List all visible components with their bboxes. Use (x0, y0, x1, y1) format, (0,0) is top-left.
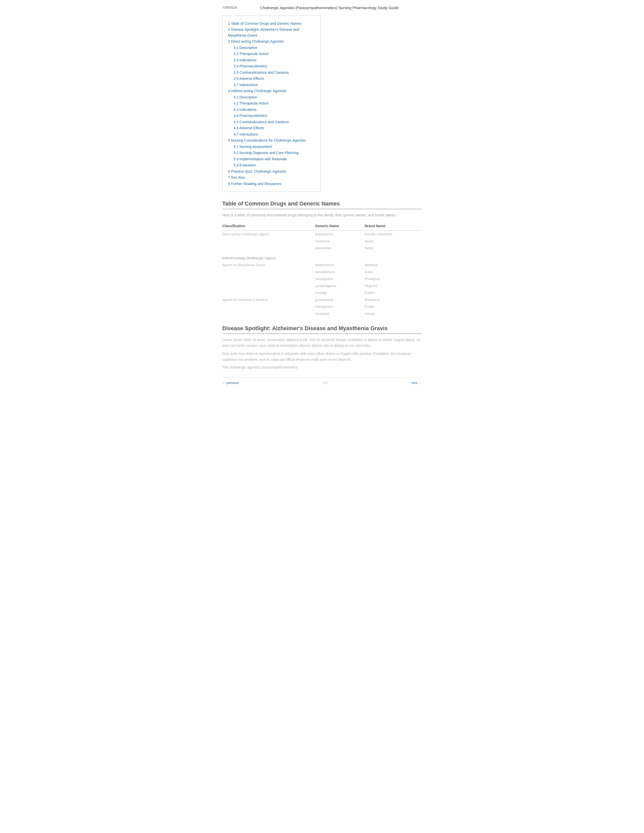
toc-item-4-3[interactable]: 4.3 Indications (233, 107, 315, 113)
toc-item-5[interactable]: 5 Nursing Considerations for Cholinergic… (228, 138, 315, 143)
bottom-nav: ← previous 1/7 next → (222, 378, 422, 386)
section1-intro: Here is a table of commonly encountered … (222, 212, 422, 218)
section2-text2: Duis aute irure dolor in reprehenderit i… (222, 351, 422, 362)
toc-item-5-3[interactable]: 5.3 Implementation with Rationale (233, 156, 315, 162)
toc-item-5-1[interactable]: 5.1 Nursing Assessment (233, 144, 315, 150)
toc-item-4-6[interactable]: 4.6 Adverse Effects (233, 125, 315, 131)
header-title: Cholinergic Agonists (Parasympathomimeti… (237, 5, 422, 11)
toc-item-2[interactable]: 2 Disease Spotlight: Alzheimer's Disease… (228, 27, 315, 38)
toc-item-3-7[interactable]: 3.7 Interactions (233, 82, 315, 88)
toc-item-3-4[interactable]: 3.4 Pharmacokinetics (233, 63, 315, 69)
table-of-contents: 1 Table of Common Drugs and Generic Name… (222, 15, 321, 192)
toc-item-3-5[interactable]: 3.5 Contraindications and Cautions (233, 70, 315, 76)
toc-item-1[interactable]: 1 Table of Common Drugs and Generic Name… (228, 21, 315, 26)
table-spacer-row (222, 252, 422, 255)
table-row: Direct-acting Cholinergic Agentsbethanec… (222, 230, 422, 238)
toc-item-4[interactable]: 4 Indirect-acting Cholinergic Agonists (228, 88, 315, 94)
drug-table: Classification Generic Name Brand Name D… (222, 222, 422, 317)
toc-item-6[interactable]: 6 Practice Quiz: Cholinergic Agonists (228, 169, 315, 174)
toc-item-3[interactable]: 3 Direct-acting Cholinergic Agonists (228, 39, 315, 44)
section2-heading: Disease Spotlight: Alzheimer's Disease a… (222, 324, 422, 334)
page-number: 1/7 (323, 380, 327, 386)
section2-subsection: The cholinergic agonists parasympathomim… (222, 365, 422, 370)
page-header: 7/29/2018 Cholinergic Agonists (Parasymp… (222, 5, 422, 11)
table-header-row: Classification Generic Name Brand Name (222, 222, 422, 230)
toc-item-4-2[interactable]: 4.2 Therapeutic Action (233, 100, 315, 106)
toc-item-4-1[interactable]: 4.1 Description (233, 95, 315, 100)
toc-item-4-5[interactable]: 4.5 Contraindications and Cautions (233, 119, 315, 125)
header-date: 7/29/2018 (222, 5, 237, 10)
table-row: Agents for Myasthenia GravisambenoniumMy… (222, 262, 422, 269)
toc-item-8[interactable]: 8 Further Reading and Resources (228, 181, 315, 187)
table-category-row: Indirect-acting Cholinergic Agents (222, 255, 422, 262)
table-row: Agents for Alzheimer's Diseasegalantamin… (222, 296, 422, 304)
section1-heading: Table of Common Drugs and Generic Names (222, 199, 422, 209)
page-container: 7/29/2018 Cholinergic Agonists (Parasymp… (215, 0, 429, 395)
prev-button[interactable]: ← previous (222, 380, 239, 386)
toc-item-3-2[interactable]: 3.2 Therapeutic Action (233, 51, 315, 57)
col-classification: Classification (222, 222, 315, 230)
toc-item-4-7[interactable]: 4.7 Interactions (233, 132, 315, 137)
section2-text1: Lorem ipsum dolor sit amet, consectetur … (222, 337, 422, 348)
toc-item-5-2[interactable]: 5.2 Nursing Diagnosis and Care Planning (233, 150, 315, 156)
toc-item-3-1[interactable]: 3.1 Description (233, 45, 315, 51)
toc-item-5-4[interactable]: 5.4 Evaluation (233, 162, 315, 168)
toc-list: 1 Table of Common Drugs and Generic Name… (228, 21, 315, 187)
col-brand: Brand Name (365, 222, 422, 230)
toc-item-4-4[interactable]: 4.4 Pharmacokinetics (233, 113, 315, 119)
toc-item-3-3[interactable]: 3.3 Indications (233, 57, 315, 63)
toc-item-3-6[interactable]: 3.6 Adverse Effects (233, 76, 315, 82)
next-button[interactable]: next → (411, 380, 422, 386)
toc-item-7[interactable]: 7 See Also (228, 175, 315, 180)
col-generic: Generic Name (315, 222, 365, 230)
